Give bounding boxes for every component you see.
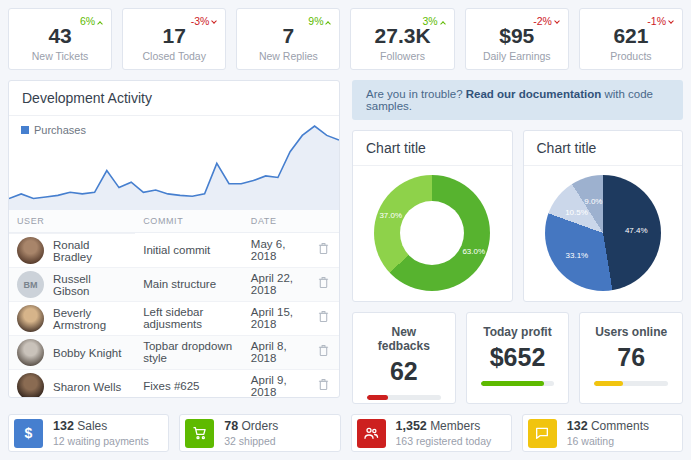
- commit-message: Topbar dropdown style: [135, 335, 243, 369]
- stat-label: New Tickets: [19, 50, 101, 62]
- comments-summary-card: 132 Comments 16 waiting: [522, 414, 683, 452]
- user-name: Bobby Knight: [53, 347, 121, 359]
- progress-fill: [594, 381, 623, 386]
- legend-swatch-icon: [21, 126, 29, 134]
- delete-button[interactable]: [316, 376, 331, 396]
- stat-delta-value: -3%: [191, 15, 210, 27]
- dashboard: 6% 43 New Tickets -3% 17 Closed Today 9%…: [0, 0, 691, 460]
- progress-row: New fedbacks 62 Today profit $652 Users …: [352, 312, 683, 404]
- trash-icon: [318, 344, 329, 357]
- avatar: [17, 305, 44, 332]
- summary-subtext: 12 waiting payments: [53, 435, 149, 447]
- commit-message: Main structure: [135, 267, 243, 301]
- avatar: [17, 373, 44, 398]
- trash-icon: [318, 276, 329, 289]
- area-fill: [9, 126, 339, 210]
- commit-date: April 15, 2018: [243, 301, 308, 335]
- slice-label: 33.1%: [566, 250, 589, 259]
- summary-value: 132: [567, 419, 588, 433]
- cart-icon: [192, 425, 208, 441]
- stat-label: Products: [590, 50, 672, 62]
- delete-button[interactable]: [316, 342, 331, 362]
- progress-fill: [367, 395, 388, 400]
- sales-summary-card: $ 132 Sales 12 waiting payments: [8, 414, 169, 452]
- delete-button[interactable]: [316, 308, 331, 328]
- stat-delta: -1%: [647, 15, 673, 27]
- stat-delta-value: -2%: [533, 15, 552, 27]
- avatar: [17, 237, 44, 264]
- users-icon: [363, 425, 379, 441]
- legend-label: Purchases: [34, 124, 86, 136]
- stat-label: Daily Earnings: [476, 50, 558, 62]
- stat-delta-value: -1%: [647, 15, 666, 27]
- development-activity-card: Development Activity Purchases User Comm…: [8, 80, 340, 398]
- stat-label: Closed Today: [133, 50, 215, 62]
- commit-message: Fixes #625: [135, 369, 243, 398]
- user-name: Russell Gibson: [53, 273, 127, 297]
- slice-label: 9.0%: [584, 196, 602, 205]
- stats-row: 6% 43 New Tickets -3% 17 Closed Today 9%…: [8, 8, 683, 70]
- stat-value: 27.3K: [361, 25, 443, 46]
- user-name: Sharon Wells: [53, 381, 121, 393]
- trend-arrow-icon: [326, 21, 332, 27]
- table-row[interactable]: Bobby Knight Topbar dropdown style April…: [9, 335, 339, 369]
- summary-subtext: 163 registered today: [396, 435, 492, 447]
- users-online-card: Users online 76: [579, 312, 683, 404]
- table-row[interactable]: Sharon Wells Fixes #625 April 9, 2018: [9, 369, 339, 398]
- trash-icon: [318, 378, 329, 391]
- chart-title: Chart title: [353, 131, 512, 166]
- donut-chart: 63.0%37.0%: [374, 175, 490, 291]
- card-title: Development Activity: [9, 81, 339, 116]
- summary-subtext: 32 shipped: [224, 435, 278, 447]
- summary-subtext: 16 waiting: [567, 435, 649, 447]
- trash-icon: [318, 310, 329, 323]
- user-name: Ronald Bradley: [53, 239, 127, 263]
- donut-chart-card: Chart title 63.0%37.0%: [352, 130, 513, 302]
- stat-card-products: -1% 621 Products: [579, 8, 683, 70]
- members-summary-card: 1,352 Members 163 registered today: [351, 414, 512, 452]
- stat-label: New Replies: [247, 50, 329, 62]
- documentation-link[interactable]: Read our documentation: [466, 88, 601, 100]
- trend-arrow-icon: [211, 18, 217, 24]
- summary-row: $ 132 Sales 12 waiting payments 78 Order…: [8, 414, 683, 452]
- stat-value: 7: [247, 25, 329, 46]
- commit-message: Left sidebar adjusments: [135, 301, 243, 335]
- right-column: Are you in trouble? Read our documentati…: [352, 80, 683, 404]
- trend-arrow-icon: [668, 18, 674, 24]
- delete-button[interactable]: [316, 240, 331, 260]
- card-value: 76: [594, 343, 668, 372]
- stat-card-closed-today: -3% 17 Closed Today: [122, 8, 226, 70]
- stat-delta: -3%: [191, 15, 217, 27]
- trash-icon: [318, 242, 329, 255]
- alert-text: Are you in trouble?: [366, 88, 463, 100]
- trend-arrow-icon: [440, 21, 446, 27]
- summary-label: Sales: [77, 419, 107, 433]
- chart-title: Chart title: [524, 131, 683, 166]
- stat-delta-value: 6%: [80, 15, 95, 27]
- stat-label: Followers: [361, 50, 443, 62]
- today-profit-card: Today profit $652: [466, 312, 570, 404]
- table-row[interactable]: BMRussell Gibson Main structure April 22…: [9, 267, 339, 301]
- summary-label: Orders: [242, 419, 279, 433]
- progress-track: [367, 395, 441, 400]
- stat-delta: 9%: [308, 15, 330, 27]
- slice-label: 63.0%: [462, 246, 485, 255]
- commit-date: April 22, 2018: [243, 267, 308, 301]
- stat-card-followers: 3% 27.3K Followers: [350, 8, 454, 70]
- stat-value: 621: [590, 25, 672, 46]
- stat-delta: 6%: [80, 15, 102, 27]
- card-title: Users online: [594, 325, 668, 339]
- card-title: Today profit: [481, 325, 555, 339]
- orders-summary-card: 78 Orders 32 shipped: [179, 414, 340, 452]
- message-icon: [534, 425, 550, 441]
- commit-date: April 9, 2018: [243, 369, 308, 398]
- stat-delta-value: 9%: [308, 15, 323, 27]
- delete-button[interactable]: [316, 274, 331, 294]
- stat-delta: -2%: [533, 15, 559, 27]
- stat-delta-value: 3%: [422, 15, 437, 27]
- table-row[interactable]: Beverly Armstrong Left sidebar adjusment…: [9, 301, 339, 335]
- summary-value: 132: [53, 419, 74, 433]
- documentation-alert: Are you in trouble? Read our documentati…: [352, 80, 683, 120]
- table-row[interactable]: Ronald Bradley Initial commit May 6, 201…: [9, 233, 339, 268]
- progress-fill: [481, 381, 544, 386]
